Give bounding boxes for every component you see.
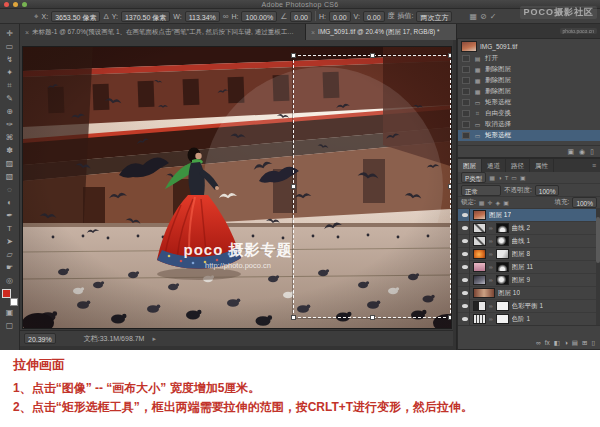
hand-tool[interactable]: ☛ <box>1 261 19 274</box>
rectangular-marquee-tool[interactable]: ▭ <box>1 40 19 53</box>
eyedropper-tool[interactable]: ✎ <box>1 92 19 105</box>
transform-handle[interactable] <box>291 315 296 320</box>
layer-mask-thumbnail[interactable] <box>496 249 509 259</box>
canvas-area[interactable]: poco 摄影专题 http://photo.poco.cn <box>20 40 453 330</box>
layer-row[interactable]: ∞ 图层 9 <box>458 274 600 287</box>
history-brush-tool[interactable]: ✽ <box>1 144 19 157</box>
blur-tool[interactable]: ◌ <box>1 183 19 196</box>
history-step-selected[interactable]: ▭矩形选框 <box>458 130 600 141</box>
layer-thumbnail[interactable] <box>473 249 486 259</box>
layer-thumbnail[interactable] <box>473 275 486 285</box>
visibility-eye-icon[interactable] <box>460 222 470 235</box>
foreground-color-swatch[interactable] <box>2 289 11 298</box>
h-skew-field[interactable]: 0.00 <box>329 11 351 22</box>
eraser-tool[interactable]: ▨ <box>1 157 19 170</box>
opacity-field[interactable]: 100% <box>535 185 560 196</box>
delete-layer-icon[interactable]: ▯ <box>591 339 595 347</box>
close-tab-icon[interactable]: × <box>311 29 315 36</box>
quick-selection-tool[interactable]: ✦ <box>1 66 19 79</box>
zoom-tool[interactable]: ◎ <box>1 274 19 287</box>
type-tool[interactable]: T <box>1 222 19 235</box>
curves-adjustment-icon[interactable] <box>473 223 486 233</box>
layer-mask-thumbnail[interactable] <box>496 301 509 311</box>
close-tab-icon[interactable]: × <box>25 29 29 36</box>
layers-scrollbar[interactable] <box>596 209 600 326</box>
fill-field[interactable]: 100% <box>572 197 597 208</box>
panel-menu-icon[interactable]: ≡ <box>592 159 600 172</box>
history-source-well[interactable] <box>462 55 470 62</box>
transform-handle[interactable] <box>291 184 296 189</box>
lasso-tool[interactable]: ↯ <box>1 53 19 66</box>
delete-state-icon[interactable]: ▯ <box>590 148 594 156</box>
document-image[interactable]: poco 摄影专题 http://photo.poco.cn <box>22 46 452 329</box>
lock-position-icon[interactable]: ✛ <box>487 199 492 206</box>
filter-adjustment-icon[interactable]: ◑ <box>498 175 502 181</box>
tab-channels[interactable]: 通道 <box>482 159 506 172</box>
layer-row[interactable]: ∞ 色彩平衡 1 <box>458 300 600 313</box>
layer-thumbnail[interactable] <box>473 210 486 220</box>
history-snapshot[interactable]: IMG_5091.tif <box>458 39 600 53</box>
history-step[interactable]: ▦删除图层 <box>458 86 600 97</box>
background-color-swatch[interactable] <box>10 298 18 306</box>
layer-row[interactable]: ∞ 图层 11 <box>458 261 600 274</box>
history-source-well[interactable] <box>462 99 470 106</box>
transform-handle[interactable] <box>291 53 296 58</box>
link-dimensions-icon[interactable]: ∞ <box>223 11 229 22</box>
quick-mask-icon[interactable]: ▣ <box>1 306 19 319</box>
crop-tool[interactable]: ⌗ <box>1 79 19 92</box>
lock-pixels-icon[interactable]: ◈ <box>496 199 501 206</box>
cancel-transform-icon[interactable]: ⊘ <box>480 11 487 22</box>
v-skew-field[interactable]: 0.00 <box>363 11 385 22</box>
new-snapshot-icon[interactable]: ◉ <box>579 148 585 156</box>
warp-mode-icon[interactable]: ▦ <box>469 11 477 22</box>
layer-mask-thumbnail[interactable] <box>496 236 509 246</box>
tab-properties[interactable]: 属性 <box>530 159 554 172</box>
layer-style-icon[interactable]: fx <box>545 339 550 346</box>
transform-handle[interactable] <box>370 53 375 58</box>
path-selection-tool[interactable]: ➤ <box>1 235 19 248</box>
history-source-well[interactable] <box>462 88 470 95</box>
visibility-eye-icon[interactable] <box>460 209 470 222</box>
filter-shape-icon[interactable]: ▭ <box>511 174 517 181</box>
layer-row[interactable]: ∞ 曲线 2 <box>458 222 600 235</box>
tab-layers[interactable]: 图层 <box>458 159 482 172</box>
history-step[interactable]: ▦删除图层 <box>458 64 600 75</box>
layer-thumbnail[interactable] <box>473 288 495 298</box>
link-layers-icon[interactable]: ∞ <box>536 339 541 346</box>
interpolation-select[interactable]: 两次立方 <box>416 11 452 22</box>
filter-type-icon[interactable]: T <box>505 175 509 181</box>
layer-mask-thumbnail[interactable] <box>496 262 509 272</box>
new-adjustment-layer-icon[interactable]: ◑ <box>564 339 568 346</box>
transform-handle[interactable] <box>448 315 452 320</box>
height-field[interactable]: 100.00% <box>241 11 277 22</box>
spot-healing-tool[interactable]: ⊕ <box>1 105 19 118</box>
filter-pixel-icon[interactable]: ▦ <box>489 174 495 181</box>
layer-row[interactable]: ∞ 曲线 1 <box>458 235 600 248</box>
visibility-eye-icon[interactable] <box>460 235 470 248</box>
history-step[interactable]: ▤打开 <box>458 53 600 64</box>
brush-tool[interactable]: ✑ <box>1 118 19 131</box>
layer-mask-thumbnail[interactable] <box>496 314 509 324</box>
x-field[interactable]: 3653.50 像素 <box>51 11 100 22</box>
layer-thumbnail[interactable] <box>473 262 486 272</box>
layer-row[interactable]: 图层 10 <box>458 287 600 300</box>
new-layer-icon[interactable]: ⊞ <box>582 339 587 347</box>
transform-handle[interactable] <box>448 53 452 58</box>
layer-row-selected[interactable]: 图层 17 <box>458 209 600 222</box>
curves-adjustment-icon[interactable] <box>473 236 486 246</box>
visibility-eye-icon[interactable] <box>460 261 470 274</box>
shape-tool[interactable]: ▱ <box>1 248 19 261</box>
levels-adjustment-icon[interactable] <box>473 314 486 324</box>
y-field[interactable]: 1370.50 像素 <box>121 11 170 22</box>
layer-row[interactable]: ∞ 图层 8 <box>458 248 600 261</box>
selection-marquee[interactable] <box>293 55 451 318</box>
history-source-well[interactable] <box>462 132 470 139</box>
history-step[interactable]: ▦删除图层 <box>458 75 600 86</box>
history-step[interactable]: ⌗自由变换 <box>458 108 600 119</box>
filter-smart-object-icon[interactable]: ▣ <box>520 174 526 181</box>
visibility-eye-icon[interactable] <box>460 313 470 326</box>
lock-transparency-icon[interactable]: ▦ <box>479 199 485 206</box>
status-options-icon[interactable]: ▸ <box>152 335 156 343</box>
tab-img-5091[interactable]: × IMG_5091.tif @ 20.4% (图层 17, RGB/8) * <box>306 24 472 40</box>
visibility-eye-icon[interactable] <box>460 287 470 300</box>
